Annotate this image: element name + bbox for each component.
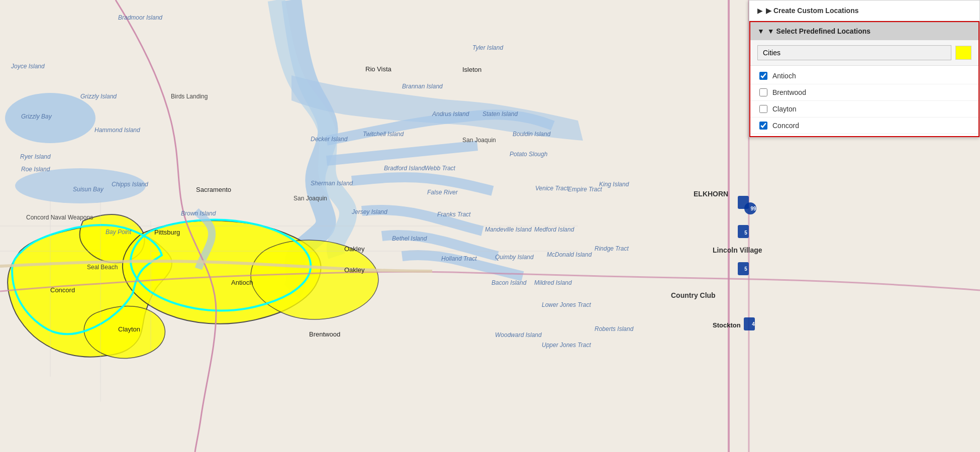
- checkbox-concord[interactable]: [759, 122, 767, 130]
- color-swatch[interactable]: [955, 46, 971, 60]
- svg-point-2: [15, 168, 146, 203]
- checkbox-clayton[interactable]: [759, 105, 767, 113]
- svg-rect-11: [738, 262, 749, 275]
- side-panel: ▶ ▶ Create Custom Locations ▼ ▼ Select P…: [749, 0, 980, 138]
- checklist-item-clayton[interactable]: Clayton: [750, 101, 978, 118]
- label-clayton: Clayton: [772, 105, 796, 113]
- checklist-item-concord[interactable]: Concord: [750, 118, 978, 134]
- label-antioch: Antioch: [772, 72, 796, 80]
- svg-point-13: [744, 202, 756, 214]
- checklist: AntiochBrentwoodClaytonConcord: [750, 65, 978, 136]
- create-custom-label: ▶ Create Custom Locations: [766, 7, 858, 15]
- checklist-item-brentwood[interactable]: Brentwood: [750, 84, 978, 101]
- checklist-item-antioch[interactable]: Antioch: [750, 68, 978, 84]
- create-custom-section[interactable]: ▶ ▶ Create Custom Locations: [749, 1, 979, 21]
- checkbox-brentwood[interactable]: [759, 88, 767, 96]
- section-arrow-icon: ▼: [757, 27, 764, 35]
- svg-point-1: [5, 93, 95, 143]
- map-container: Bradmoor IslandJoyce IslandGrizzly Islan…: [0, 0, 980, 452]
- select-predefined-section: ▼ ▼ Select Predefined Locations CitiesCo…: [749, 21, 979, 137]
- svg-rect-12: [744, 317, 755, 330]
- cities-dropdown[interactable]: CitiesCountiesZip CodesNeighborhoods: [757, 45, 951, 60]
- label-brentwood: Brentwood: [772, 88, 806, 96]
- checkbox-antioch[interactable]: [759, 72, 767, 80]
- section-header[interactable]: ▼ ▼ Select Predefined Locations: [750, 22, 978, 40]
- svg-rect-10: [738, 225, 749, 238]
- create-custom-arrow: ▶: [757, 7, 763, 15]
- section-title: ▼ Select Predefined Locations: [767, 27, 870, 35]
- label-concord: Concord: [772, 122, 799, 130]
- dropdown-row: CitiesCountiesZip CodesNeighborhoods: [750, 40, 978, 65]
